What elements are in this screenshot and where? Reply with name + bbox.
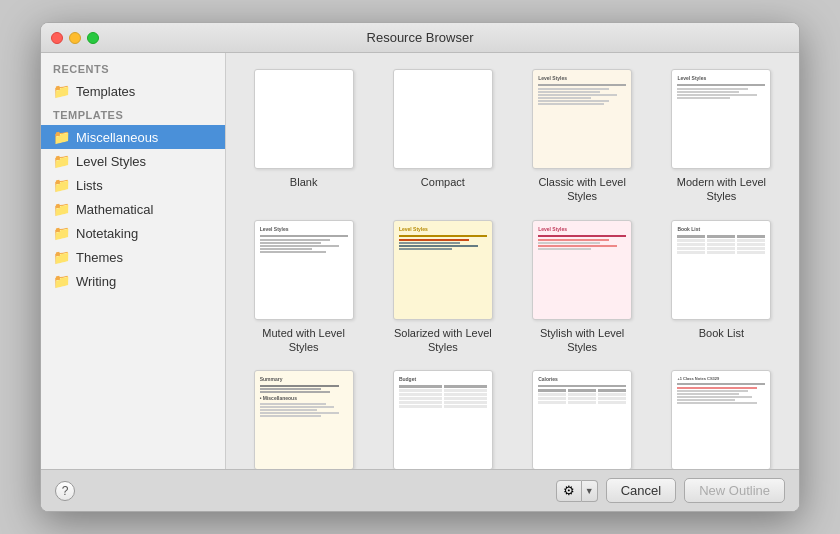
resource-browser-window: Resource Browser RECENTS 📁 Templates TEM… (40, 22, 800, 512)
close-button[interactable] (51, 32, 63, 44)
template-thumb-calories: Calories (532, 370, 632, 469)
template-book-list[interactable]: Book List (660, 220, 783, 355)
template-compact[interactable]: Compact (381, 69, 504, 204)
footer-right: ⚙ ▼ Cancel New Outline (556, 478, 785, 503)
template-label: Compact (421, 175, 465, 189)
template-modern-level-styles[interactable]: Level Styles Modern with LevelStyles (660, 69, 783, 204)
chevron-down-icon[interactable]: ▼ (582, 480, 598, 502)
footer-left: ? (55, 481, 75, 501)
template-thumb-muted: Level Styles (254, 220, 354, 320)
sidebar-item-themes[interactable]: 📁 Themes (41, 245, 225, 269)
folder-icon: 📁 (53, 177, 70, 193)
template-thumb-stylish: Level Styles (532, 220, 632, 320)
title-bar: Resource Browser (41, 23, 799, 53)
traffic-lights (51, 32, 99, 44)
footer: ? ⚙ ▼ Cancel New Outline (41, 469, 799, 511)
sidebar-item-label: Writing (76, 274, 116, 289)
template-thumb-blank (254, 69, 354, 169)
template-thumb-checklist: Summary • Miscellaneous (254, 370, 354, 469)
template-solarized-level-styles[interactable]: Level Styles Solarized with LevelStyles (381, 220, 504, 355)
sidebar-item-writing[interactable]: 📁 Writing (41, 269, 225, 293)
sidebar-item-miscellaneous[interactable]: 📁 Miscellaneous (41, 125, 225, 149)
template-thumb-modern: Level Styles (671, 69, 771, 169)
template-thumb-budget: Budget (393, 370, 493, 469)
help-button[interactable]: ? (55, 481, 75, 501)
folder-icon: 📁 (53, 201, 70, 217)
template-thumb-classic: Level Styles (532, 69, 632, 169)
template-muted-level-styles[interactable]: Level Styles Muted with LevelStyles (242, 220, 365, 355)
template-label: Stylish with LevelStyles (540, 326, 624, 355)
gear-button[interactable]: ⚙ (556, 480, 582, 502)
template-stylish-level-styles[interactable]: Level Styles Stylish with LevelStyles (521, 220, 644, 355)
folder-icon: 📁 (53, 83, 70, 99)
template-calories[interactable]: Calories (521, 370, 644, 469)
template-checklist[interactable]: Summary • Miscellaneous Checklis (242, 370, 365, 469)
content-area: RECENTS 📁 Templates TEMPLATES 📁 Miscella… (41, 53, 799, 469)
sidebar-item-label: Mathematical (76, 202, 153, 217)
sidebar-item-label: Level Styles (76, 154, 146, 169)
sidebar-item-label: Miscellaneous (76, 130, 158, 145)
template-classic-level-styles[interactable]: Level Styles Classic with LevelStyles (521, 69, 644, 204)
template-thumb-solarized: Level Styles (393, 220, 493, 320)
template-class-notes[interactable]: +1 Class Notes CS329 Class Notes (660, 370, 783, 469)
template-grid: Blank Compact Level Styles (242, 69, 783, 469)
sidebar-item-templates-recent[interactable]: 📁 Templates (41, 79, 225, 103)
sidebar-recents-templates-label: Templates (76, 84, 135, 99)
templates-header: TEMPLATES (41, 103, 225, 125)
sidebar: RECENTS 📁 Templates TEMPLATES 📁 Miscella… (41, 53, 226, 469)
folder-icon: 📁 (53, 273, 70, 289)
template-label: Muted with LevelStyles (262, 326, 345, 355)
sidebar-item-notetaking[interactable]: 📁 Notetaking (41, 221, 225, 245)
template-grid-area: Blank Compact Level Styles (226, 53, 799, 469)
minimize-button[interactable] (69, 32, 81, 44)
sidebar-item-label: Themes (76, 250, 123, 265)
template-thumb-classnotes: +1 Class Notes CS329 (671, 370, 771, 469)
template-label: Classic with LevelStyles (538, 175, 625, 204)
sidebar-item-label: Lists (76, 178, 103, 193)
folder-icon: 📁 (53, 225, 70, 241)
cancel-button[interactable]: Cancel (606, 478, 676, 503)
template-label: Solarized with LevelStyles (394, 326, 492, 355)
folder-icon: 📁 (53, 249, 70, 265)
template-label: Blank (290, 175, 318, 189)
template-budget[interactable]: Budget (381, 370, 504, 469)
sidebar-item-mathematical[interactable]: 📁 Mathematical (41, 197, 225, 221)
template-label: Modern with LevelStyles (677, 175, 766, 204)
sidebar-item-lists[interactable]: 📁 Lists (41, 173, 225, 197)
folder-icon: 📁 (53, 129, 70, 145)
new-outline-button[interactable]: New Outline (684, 478, 785, 503)
template-label: Book List (699, 326, 744, 340)
template-thumb-compact (393, 69, 493, 169)
maximize-button[interactable] (87, 32, 99, 44)
gear-group: ⚙ ▼ (556, 480, 598, 502)
template-blank[interactable]: Blank (242, 69, 365, 204)
template-thumb-booklist: Book List (671, 220, 771, 320)
folder-icon: 📁 (53, 153, 70, 169)
window-title: Resource Browser (367, 30, 474, 45)
recents-header: RECENTS (41, 53, 225, 79)
sidebar-item-label: Notetaking (76, 226, 138, 241)
sidebar-item-level-styles[interactable]: 📁 Level Styles (41, 149, 225, 173)
